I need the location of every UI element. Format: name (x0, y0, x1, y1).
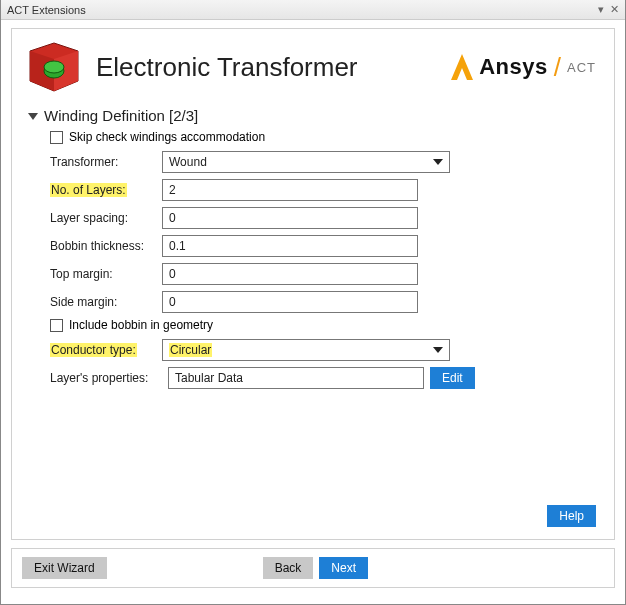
layers-props-label: Layer's properties: (50, 371, 162, 385)
edit-button[interactable]: Edit (430, 367, 475, 389)
brand-logo: Ansys / ACT (451, 52, 596, 83)
next-button[interactable]: Next (319, 557, 368, 579)
window-title: ACT Extensions (7, 4, 86, 16)
svg-marker-5 (451, 54, 473, 80)
app-title: Electronic Transformer (96, 52, 358, 83)
section-header[interactable]: Winding Definition [2/3] (28, 107, 604, 124)
window-titlebar: ACT Extensions ▾ ✕ (1, 0, 625, 20)
back-button[interactable]: Back (263, 557, 314, 579)
chevron-down-icon (433, 347, 443, 353)
skip-check-checkbox[interactable] (50, 131, 63, 144)
layer-spacing-label: Layer spacing: (50, 211, 162, 225)
brand-slash-icon: / (554, 52, 561, 83)
bobbin-thickness-label: Bobbin thickness: (50, 239, 162, 253)
conductor-type-value: Circular (169, 343, 212, 357)
brand-name: Ansys (479, 54, 548, 80)
svg-point-4 (44, 61, 64, 73)
transformer-select[interactable]: Wound (162, 151, 450, 173)
transformer-label: Transformer: (50, 155, 162, 169)
chevron-down-icon (28, 113, 38, 120)
exit-wizard-button[interactable]: Exit Wizard (22, 557, 107, 579)
bobbin-thickness-input[interactable] (162, 235, 418, 257)
page-header: Electronic Transformer Ansys / ACT (26, 41, 604, 93)
close-icon[interactable]: ✕ (610, 3, 619, 16)
wizard-footer: Exit Wizard Back Next (11, 548, 615, 588)
top-margin-input[interactable] (162, 263, 418, 285)
ansys-a-icon (451, 54, 473, 80)
conductor-type-select[interactable]: Circular (162, 339, 450, 361)
transformer-value: Wound (169, 155, 207, 169)
top-margin-label: Top margin: (50, 267, 162, 281)
layers-label: No. of Layers: (50, 183, 162, 197)
minimize-icon[interactable]: ▾ (598, 3, 604, 16)
app-icon (26, 41, 82, 93)
section-title: Winding Definition [2/3] (44, 107, 198, 124)
layers-input[interactable] (162, 179, 418, 201)
side-margin-label: Side margin: (50, 295, 162, 309)
help-button[interactable]: Help (547, 505, 596, 527)
chevron-down-icon (433, 159, 443, 165)
include-bobbin-checkbox[interactable] (50, 319, 63, 332)
skip-check-label: Skip check windings accommodation (69, 130, 265, 144)
layers-props-input (168, 367, 424, 389)
conductor-type-label: Conductor type: (50, 343, 162, 357)
brand-sub: ACT (567, 60, 596, 75)
layer-spacing-input[interactable] (162, 207, 418, 229)
include-bobbin-label: Include bobbin in geometry (69, 318, 213, 332)
side-margin-input[interactable] (162, 291, 418, 313)
